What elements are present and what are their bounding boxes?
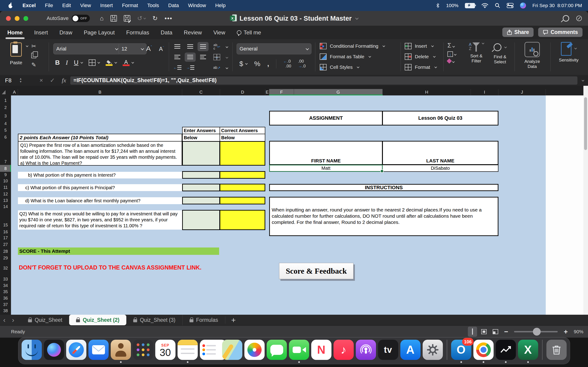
question2-cell[interactable]: Q2) What is the most you would be willin… (18, 210, 182, 230)
question1b-cell[interactable]: b) What portion of this payment is Inter… (18, 172, 182, 178)
column-header-h[interactable]: H (383, 89, 471, 95)
score-bar[interactable]: SCORE - This Attempt (18, 248, 219, 255)
question1-cell[interactable]: Q1) Prepare the first row of a loan amor… (18, 141, 182, 166)
page-break-view-icon[interactable] (493, 329, 498, 334)
insert-function-icon[interactable]: fx (62, 77, 66, 84)
name-box-spinner[interactable]: ▲▼ (19, 78, 22, 83)
ribbon-tab-draw[interactable]: Draw (59, 28, 73, 37)
merge-center-button[interactable]: ↔ (211, 52, 222, 62)
merge-chevron-icon[interactable] (225, 56, 228, 58)
correct-answers-header-cell[interactable]: Correct Answers (220, 127, 265, 134)
row-header-16[interactable]: 16 (0, 229, 11, 235)
last-name-box[interactable]: LAST NAME (382, 141, 498, 165)
below-left-cell[interactable]: Below (182, 134, 220, 142)
dock-podcasts-icon[interactable] (356, 340, 376, 360)
zoom-slider-thumb[interactable] (533, 328, 541, 336)
confirm-entry-icon[interactable]: ✓ (50, 77, 55, 84)
dock-facetime-icon[interactable] (289, 340, 309, 360)
italic-button[interactable]: I (66, 59, 68, 66)
home-icon[interactable]: ⌂ (100, 15, 104, 22)
cell-styles-button[interactable]: Cell Styles (320, 64, 359, 70)
currency-format-button[interactable]: $ (239, 60, 243, 68)
sheet-tab-formulas[interactable]: Formulas (182, 315, 225, 325)
dock-calendar-icon[interactable]: SEP30 (155, 340, 175, 360)
instructions-title-cell[interactable]: INSTRUCTIONS (269, 184, 498, 191)
font-size-select[interactable]: 12 (119, 43, 147, 54)
row-header-36[interactable]: 36 (0, 295, 11, 301)
column-header-j[interactable]: J (498, 89, 546, 95)
normal-view-button[interactable] (468, 327, 477, 337)
below-right-cell[interactable]: Below (220, 134, 265, 142)
wrap-text-chevron-icon[interactable] (225, 45, 228, 48)
dock-music-icon[interactable]: ♪ (334, 340, 354, 360)
borders-icon[interactable] (89, 59, 95, 66)
row-header-6[interactable]: 6 (0, 134, 11, 140)
document-title-area[interactable]: X Lesson 06 Quiz 03 - Student Master (230, 15, 358, 22)
ribbon-tab-tell-me[interactable]: Tell me (236, 28, 262, 37)
dock-safari-icon[interactable] (66, 340, 86, 360)
dock-trash-icon[interactable] (546, 340, 567, 360)
menu-view[interactable]: View (80, 2, 91, 8)
dock-maps-icon[interactable] (222, 340, 242, 360)
ribbon-tab-page-layout[interactable]: Page Layout (83, 28, 115, 37)
autosum-button[interactable]: Σ (447, 42, 456, 49)
q1c-answer-cell[interactable] (182, 184, 220, 191)
menu-data[interactable]: Data (168, 2, 179, 8)
find-select-button[interactable]: Find & Select (490, 42, 510, 65)
dock-finder-icon[interactable] (22, 340, 42, 360)
font-color-button[interactable]: A (123, 59, 130, 66)
cut-icon[interactable]: ✂ (32, 43, 36, 50)
row-header-10[interactable]: 10 (0, 178, 11, 184)
undo-button[interactable]: ↺ (137, 15, 146, 22)
increase-indent-button[interactable]: → (185, 63, 196, 72)
menu-tools[interactable]: Tools (147, 2, 159, 8)
vertical-scroll-thumb[interactable] (584, 97, 587, 150)
font-name-select[interactable]: Arial (53, 43, 121, 54)
dock-reminders-icon[interactable] (200, 340, 220, 360)
autosave-toggle[interactable]: OFF (72, 15, 90, 22)
dock-news-icon[interactable]: N (311, 340, 331, 360)
save-icon[interactable] (111, 15, 117, 22)
row-header-17[interactable]: 17 (0, 235, 11, 241)
increase-decimal-button[interactable]: ←.0.00 (283, 59, 291, 69)
ribbon-tab-formulas[interactable]: Formulas (126, 28, 150, 37)
close-window-button[interactable] (6, 16, 11, 21)
menu-file[interactable]: File (45, 2, 53, 8)
row-header-3[interactable]: 3 (0, 113, 11, 119)
row-header-13[interactable]: 13 (0, 197, 11, 204)
vertical-scrollbar[interactable] (583, 86, 588, 315)
sheet-tab-quiz-sheet-2-[interactable]: Quiz_Sheet (2) (69, 315, 126, 325)
assignment-value-cell[interactable]: Lesson 06 Quiz 03 (382, 111, 498, 125)
menu-excel[interactable]: Excel (23, 2, 36, 8)
score-feedback-button[interactable]: Score & Feedback (279, 263, 354, 279)
formula-bar-expand-icon[interactable] (582, 79, 584, 81)
sheet-tab-prev-icon[interactable]: ‹ (0, 317, 9, 323)
column-header-e[interactable]: E (265, 89, 269, 95)
menu-insert[interactable]: Insert (100, 2, 113, 8)
analyze-data-button[interactable]: Analyze Data (519, 42, 545, 69)
dock-siri-icon[interactable] (44, 340, 64, 360)
row-header-34[interactable]: 34 (0, 282, 11, 289)
ribbon-tab-review[interactable]: Review (183, 28, 202, 37)
format-cells-button[interactable]: Format (405, 64, 437, 70)
name-box[interactable]: F8 ▲▼ (0, 77, 40, 84)
first-name-value-cell-selected[interactable]: Matt (269, 165, 383, 172)
instructions-text-cell[interactable]: When inputting an answer, round your ans… (269, 197, 498, 236)
row-header-14[interactable]: 14 (0, 203, 11, 210)
dock-appstore-icon[interactable]: A (400, 340, 421, 360)
more-commands-icon[interactable]: ••• (164, 15, 172, 22)
question1c-cell[interactable]: c) What portion of this payment is Princ… (18, 184, 182, 191)
zoom-slider[interactable] (514, 331, 558, 332)
q1b-correct-cell[interactable] (220, 171, 265, 179)
row-header-15[interactable]: 15 (0, 222, 11, 228)
q1b-answer-cell[interactable] (182, 171, 220, 179)
titlebar-search-icon[interactable] (563, 15, 569, 22)
underline-button[interactable]: U (74, 59, 78, 66)
bold-button[interactable]: B (55, 59, 60, 66)
fill-button[interactable]: ↓ (447, 51, 456, 57)
align-left-button[interactable] (172, 52, 183, 62)
increase-font-button[interactable]: Aˆ (146, 45, 152, 52)
menu-clock[interactable]: Fri Sep 30 8:07:00 PM (532, 3, 582, 8)
q1d-correct-cell[interactable] (220, 197, 265, 204)
zoom-window-button[interactable] (23, 16, 28, 21)
